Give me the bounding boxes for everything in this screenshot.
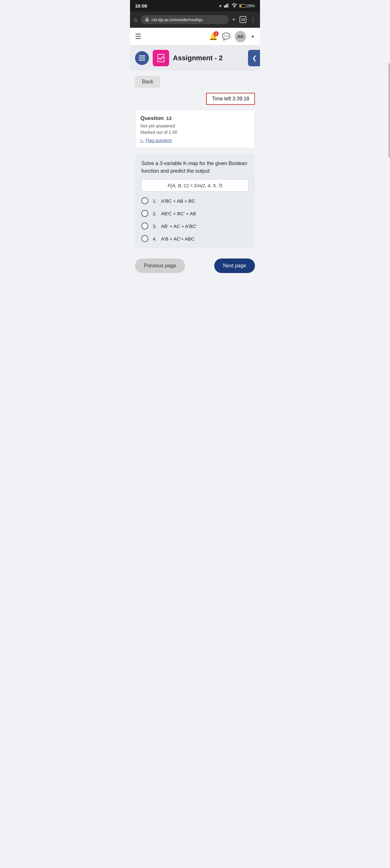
dropdown-arrow-icon[interactable]: ▼ bbox=[251, 34, 255, 39]
radio-3[interactable] bbox=[141, 222, 148, 229]
option-2-index: 2. bbox=[153, 211, 157, 216]
flag-label: Flag question bbox=[145, 138, 172, 143]
lock-icon bbox=[145, 17, 149, 22]
collapse-sidebar-button[interactable]: ❮ bbox=[248, 50, 260, 66]
bell-wrapper[interactable]: 🔔 2 bbox=[209, 32, 218, 41]
home-icon[interactable]: ⌂ bbox=[134, 16, 137, 23]
assignment-title: Assignment - 2 bbox=[173, 54, 223, 62]
svg-rect-5 bbox=[145, 19, 149, 22]
svg-rect-0 bbox=[224, 6, 225, 7]
svg-rect-2 bbox=[227, 4, 228, 7]
option-4[interactable]: 4. A'B + AC'+ ABC bbox=[141, 235, 249, 242]
menu-dots-icon[interactable]: ⋮ bbox=[250, 16, 256, 23]
timer-display: Time left 3:39:18 bbox=[206, 93, 255, 105]
assignment-icon bbox=[153, 50, 169, 66]
browser-bar: ⌂ cet.iitp.ac.in/moodle/mod/qu + 13 ⋮ bbox=[130, 11, 260, 28]
option-3[interactable]: 3. AB' + AC + A'BC' bbox=[141, 222, 249, 229]
battery-indicator: 28% bbox=[239, 3, 255, 8]
flag-icon: ▷ bbox=[140, 138, 144, 143]
bluetooth-icon: ∗ bbox=[219, 3, 222, 8]
notification-badge: 2 bbox=[214, 31, 219, 36]
top-nav: ☰ 🔔 2 💬 AK ▼ bbox=[130, 28, 260, 45]
radio-2[interactable] bbox=[141, 210, 148, 217]
user-avatar[interactable]: AK bbox=[235, 31, 246, 42]
svg-rect-7 bbox=[139, 58, 145, 59]
question-marks: Marked out of 1.00 bbox=[140, 130, 250, 135]
main-content: Back Time left 3:39:18 Question 13 Not y… bbox=[130, 71, 260, 284]
question-number: Question 13 bbox=[140, 115, 250, 122]
option-1-text: A'BC + AB + BC bbox=[161, 198, 195, 204]
status-bar: 10:08 ∗ 28% bbox=[130, 0, 260, 11]
back-button[interactable]: Back bbox=[135, 76, 160, 88]
svg-point-4 bbox=[234, 7, 235, 7]
option-4-index: 4. bbox=[153, 236, 157, 242]
bottom-navigation: Previous page Next page bbox=[135, 255, 255, 279]
question-status: Not yet answered bbox=[140, 123, 250, 128]
options-list: 1. A'BC + AB + BC 2. AB'C + BC' + AB 3. … bbox=[141, 197, 249, 242]
radio-1[interactable] bbox=[141, 197, 148, 204]
tab-count[interactable]: 13 bbox=[239, 16, 247, 23]
nav-right: 🔔 2 💬 AK ▼ bbox=[209, 31, 255, 42]
question-label: Question bbox=[140, 115, 164, 121]
question-text: Solve a 3-variable K-map for the given B… bbox=[141, 160, 249, 175]
list-toggle-button[interactable] bbox=[135, 51, 149, 65]
flag-question-link[interactable]: ▷ Flag question bbox=[140, 138, 250, 143]
question-body-card: Solve a 3-variable K-map for the given B… bbox=[135, 153, 255, 248]
question-info-card: Question 13 Not yet answered Marked out … bbox=[135, 110, 255, 148]
question-num-value: 13 bbox=[166, 116, 172, 121]
previous-page-button[interactable]: Previous page bbox=[135, 258, 185, 273]
address-text: cet.iitp.ac.in/moodle/mod/qu bbox=[152, 18, 202, 22]
option-2-text: AB'C + BC' + AB bbox=[161, 211, 196, 216]
browser-actions: + 13 ⋮ bbox=[232, 16, 256, 23]
option-3-index: 3. bbox=[153, 223, 157, 229]
option-1-index: 1. bbox=[153, 198, 157, 204]
battery-percent: 28% bbox=[247, 3, 255, 8]
option-2[interactable]: 2. AB'C + BC' + AB bbox=[141, 210, 249, 217]
address-bar[interactable]: cet.iitp.ac.in/moodle/mod/qu bbox=[141, 15, 229, 24]
option-3-text: AB' + AC + A'BC' bbox=[161, 223, 197, 229]
new-tab-icon[interactable]: + bbox=[232, 16, 236, 23]
radio-4[interactable] bbox=[141, 235, 148, 242]
svg-rect-3 bbox=[228, 3, 229, 7]
signal-icon bbox=[224, 3, 230, 8]
svg-rect-8 bbox=[139, 60, 145, 61]
formula-text: F(A, B, C) = Σm(2, 4, 5, 7) bbox=[167, 183, 223, 188]
svg-rect-6 bbox=[139, 56, 145, 57]
svg-rect-1 bbox=[225, 5, 226, 7]
wifi-icon bbox=[232, 3, 237, 8]
option-1[interactable]: 1. A'BC + AB + BC bbox=[141, 197, 249, 204]
option-4-text: A'B + AC'+ ABC bbox=[161, 236, 195, 242]
formula-box: F(A, B, C) = Σm(2, 4, 5, 7) bbox=[141, 179, 249, 192]
next-page-button[interactable]: Next page bbox=[214, 258, 255, 273]
status-time: 10:08 bbox=[135, 3, 147, 8]
assignment-header: Assignment - 2 ❮ bbox=[130, 45, 260, 71]
hamburger-icon[interactable]: ☰ bbox=[135, 32, 141, 41]
timer-row: Time left 3:39:18 bbox=[135, 93, 255, 105]
chat-icon[interactable]: 💬 bbox=[222, 32, 230, 41]
status-icons: ∗ 28% bbox=[219, 3, 255, 8]
